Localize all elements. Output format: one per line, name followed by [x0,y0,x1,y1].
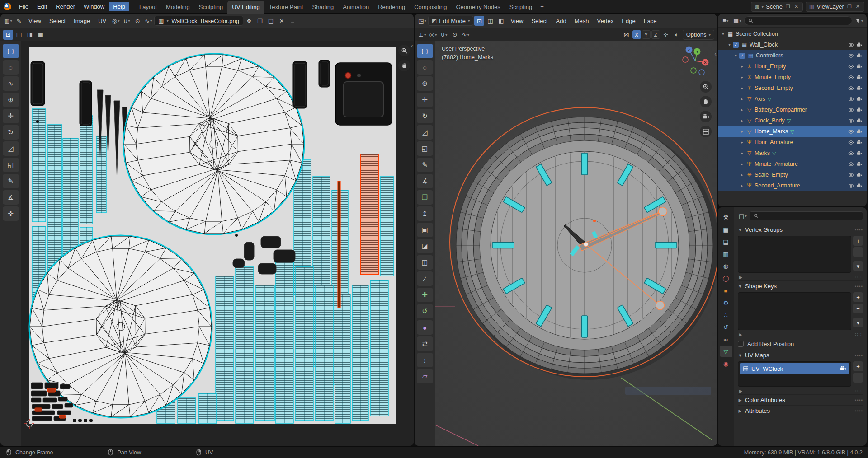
uv-map-add-button[interactable]: + [853,361,863,371]
workspace-tab-scripting[interactable]: Scripting [505,1,537,14]
workspace-tab-animation[interactable]: Animation [338,1,373,14]
navigation-gizmo[interactable]: XYZ [678,44,712,78]
uv-tool-select-box[interactable]: ▢ [3,44,19,58]
viewport-pan-button[interactable] [700,96,712,107]
uv-map-render-toggle[interactable] [840,365,846,372]
proportional-falloff-icon[interactable]: ∿▾ [143,16,153,26]
vp-tool-move[interactable]: ✛ [417,93,433,107]
snap-indicator-icon[interactable]: ⊹ [661,30,671,40]
viewport-menu-vertex[interactable]: Vertex [593,16,617,26]
shape-keys-header[interactable]: ▼ Shape Keys ▪▪▪▪ [738,280,863,291]
outliner-row-battery-compartmer[interactable]: ▸▽Battery_Compartmer [718,104,867,115]
viewport-zoom-button[interactable] [700,81,712,93]
workspace-tab-uv-editing[interactable]: UV Editing [227,1,264,14]
panel-drag-handle[interactable]: ▪▪▪▪ [855,227,863,232]
outliner-row-marks[interactable]: ▸▽Marks▽ [718,148,867,159]
image-menu-icon[interactable]: ≡ [288,16,297,26]
overlays-icon[interactable]: ◐ [672,30,682,40]
new-scene-icon[interactable]: ❐ [785,4,791,9]
vertex-groups-expand-icon[interactable]: ▶ [739,275,742,280]
menu-render[interactable]: Render [52,2,79,11]
mirror-z-toggle[interactable]: Z [651,30,660,39]
uv-menu-image[interactable]: Image [70,16,94,26]
properties-tab-world[interactable]: ◯ [720,273,732,284]
add-workspace-button[interactable]: + [537,1,547,12]
properties-editor-type-button[interactable]: ▤▾ [738,211,748,221]
properties-search[interactable] [750,211,863,220]
expand-arrow-icon[interactable]: ▸ [739,129,745,134]
vp-tool-shear[interactable]: ▱ [417,369,433,383]
new-image-icon[interactable]: ❐ [255,16,265,26]
expand-arrow-icon[interactable]: ▾ [726,42,733,47]
uv-collapse-chevron-icon[interactable]: ‹ [411,42,413,49]
uv-canvas-area[interactable]: ‹ [21,41,414,446]
uv-editor-type-icon[interactable]: ▦▾ [3,16,13,26]
properties-tab-constraints[interactable]: ∞ [720,334,732,345]
viewport-collapse-chevron-icon[interactable]: ‹ [714,50,717,57]
view-layer-selector[interactable]: ▥ ViewLayer ❐ ✕ [806,2,864,12]
uv-menu-select[interactable]: Select [46,16,69,26]
viewport-menu-select[interactable]: Select [528,16,551,26]
hide-in-viewport-toggle[interactable] [847,75,855,80]
uv-tool-annotate[interactable]: ✎ [3,174,19,188]
open-image-icon[interactable]: ▤ [266,16,276,26]
image-datablock-field[interactable]: ▦▾WallClock_BaseColor.png [154,16,243,26]
viewport-menu-mesh[interactable]: Mesh [571,16,593,26]
expand-arrow-icon[interactable]: ▸ [739,97,745,101]
vp-tool-rotate[interactable]: ↻ [417,109,433,123]
viewport-ortho-toggle-button[interactable] [700,126,712,137]
viewport-menu-add[interactable]: Add [552,16,570,26]
panel-drag-handle[interactable]: ▪▪▪▪ [855,353,863,358]
properties-tab-scene[interactable]: ◍ [720,261,732,271]
mesh-symmetry-icon[interactable]: ⋈ [622,30,632,40]
gizmo-z-axis[interactable]: Z [686,47,693,53]
expand-arrow-icon[interactable]: ▸ [739,75,745,79]
expand-arrow-icon[interactable]: ▸ [739,107,745,112]
uv-maps-header[interactable]: ▼ UV Maps ▪▪▪▪ [738,350,863,360]
vp-tool-extrude-region[interactable]: ↥ [417,206,433,221]
vp-tool-loop-cut[interactable]: ◫ [417,255,433,270]
outliner-row-minute-armature[interactable]: ▸ΨMinute_Armature [718,159,867,169]
expand-arrow-icon[interactable]: ▸ [739,173,745,177]
vp-tool-knife[interactable]: ∕ [417,271,433,286]
vp-tool-transform[interactable]: ◱ [417,141,433,156]
gizmo-x-axis[interactable]: X [702,59,709,66]
vp-tool-bevel[interactable]: ◪ [417,239,433,253]
disable-in-renders-toggle[interactable] [855,161,864,167]
vp-tool-select-circle[interactable]: ◌ [417,60,433,75]
hide-in-viewport-toggle[interactable] [847,53,855,59]
shape-keys-expand-icon[interactable]: ▶ [739,332,742,337]
gizmo-y-neg-axis[interactable] [691,68,696,73]
annotate-pen-icon[interactable]: ✎ [14,16,24,26]
vp-tool-select-box[interactable]: ▢ [417,44,433,58]
scene-selector[interactable]: ◍ ▾ Scene ❐ ✕ [751,2,803,12]
mode-selector[interactable]: ◩Edit Mode▾ [428,16,473,26]
shape-key-specials-button[interactable]: ▾ [853,318,863,327]
uv-tool-cursor-2d[interactable]: ⊕ [3,93,19,107]
outliner-search[interactable] [744,16,852,25]
vertex-select-mode[interactable]: ⊡ [474,16,484,26]
disable-in-renders-toggle[interactable] [855,42,864,48]
properties-tab-physics[interactable]: ↺ [720,322,732,332]
vertex-groups-header[interactable]: ▼ Vertex Groups ▪▪▪▪ [738,224,863,235]
outliner-search-input[interactable] [756,18,848,24]
blender-logo-icon[interactable] [4,3,11,10]
vertex-groups-list[interactable] [738,236,851,273]
mirror-y-toggle[interactable]: Y [642,30,651,39]
workspace-tab-modeling[interactable]: Modeling [161,1,194,14]
viewport-editor-type-icon[interactable]: ◳▾ [417,16,427,26]
options-dropdown[interactable]: Options▾ [683,30,714,40]
disable-in-renders-toggle[interactable] [855,107,864,113]
expand-arrow-icon[interactable]: ▸ [739,86,745,90]
properties-tab-tool[interactable]: ⚒ [720,212,732,223]
uv-menu-uv[interactable]: UV [94,16,110,26]
uv-tool-transform[interactable]: ◱ [3,158,19,172]
properties-tab-output[interactable]: ▤ [720,236,732,247]
uv-pan-button[interactable] [398,60,410,71]
uv-select-vertex[interactable]: ⊡ [3,30,13,40]
outliner-row-scale-empty[interactable]: ▸✳Scale_Empty [718,169,867,180]
outliner-row-clock-body[interactable]: ▸▽Clock_Body▽ [718,115,867,126]
vp-tool-edge-slide[interactable]: ⇄ [417,336,433,351]
remove-view-layer-icon[interactable]: ✕ [855,4,861,9]
properties-search-input[interactable] [761,213,859,219]
